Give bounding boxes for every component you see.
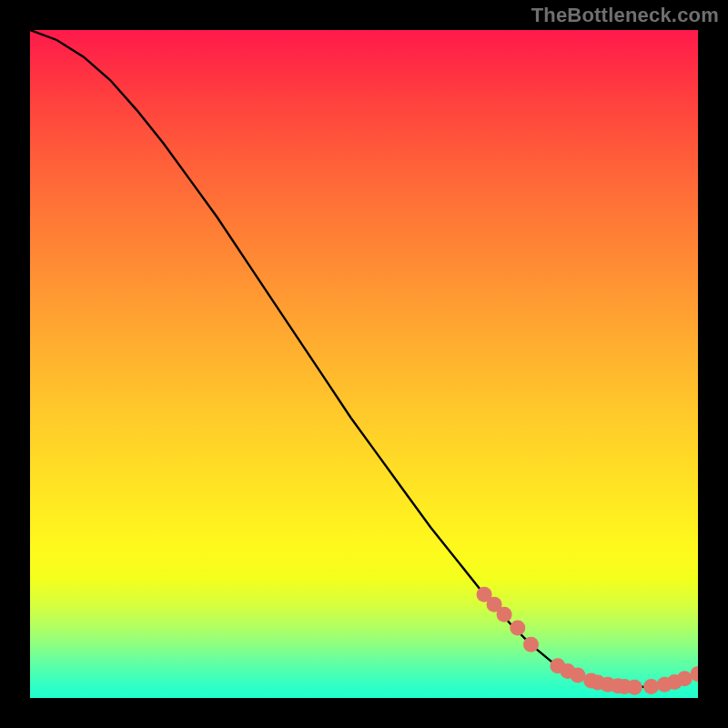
marker-dot xyxy=(523,637,539,652)
marker-dot xyxy=(560,663,575,679)
marker-dot xyxy=(510,620,525,635)
marker-dot xyxy=(627,680,642,695)
marker-dot xyxy=(590,675,605,691)
marker-dot xyxy=(610,678,625,693)
watermark-text: TheBottleneck.com xyxy=(531,4,719,27)
marker-dot xyxy=(667,674,682,690)
marker-dot xyxy=(583,672,599,688)
marker-dot xyxy=(677,671,693,686)
bottleneck-curve xyxy=(30,30,698,687)
marker-group xyxy=(477,587,698,695)
marker-dot xyxy=(550,658,565,673)
marker-dot xyxy=(497,607,512,622)
marker-dot xyxy=(617,679,632,694)
marker-dot xyxy=(600,677,615,693)
marker-dot xyxy=(487,597,502,612)
plot-area xyxy=(30,30,698,698)
marker-dot xyxy=(477,587,492,602)
marker-dot xyxy=(570,668,585,683)
marker-dot xyxy=(643,679,659,694)
marker-dot xyxy=(691,666,699,682)
curve-layer xyxy=(30,30,698,698)
chart-stage: TheBottleneck.com xyxy=(0,0,728,728)
marker-dot xyxy=(657,677,672,693)
